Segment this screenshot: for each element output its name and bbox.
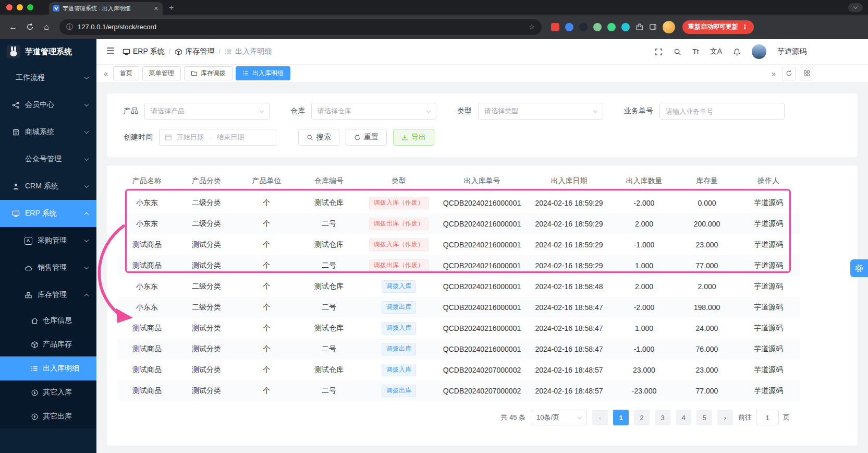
fullscreen-icon[interactable] xyxy=(655,48,663,56)
sidebar-item-purchase-management[interactable]: A 采购管理 xyxy=(0,227,96,254)
sidebar-item-mall-system[interactable]: 商城系统 xyxy=(0,118,96,146)
sidebar-item-stock-record[interactable]: 出入库明细 xyxy=(0,356,96,380)
sidebar-item-inventory-management[interactable]: 库存管理 xyxy=(0,281,96,308)
home-button[interactable]: ⌂ xyxy=(39,19,54,35)
side-panel-icon[interactable] xyxy=(649,23,657,31)
column-header: 出入库单号 xyxy=(437,170,527,193)
cell-product-name: 小东东 xyxy=(117,193,177,213)
date-separator: – xyxy=(209,134,212,141)
hamburger-menu-icon[interactable] xyxy=(106,46,115,57)
warehouse-select[interactable]: 请选择仓库 xyxy=(311,103,436,120)
cell-date: 2024-02-16 18:58:48 xyxy=(527,276,611,297)
font-size-icon[interactable]: Tt xyxy=(692,47,699,56)
search-icon[interactable] xyxy=(674,48,681,56)
tags-scroll-right-icon[interactable]: » xyxy=(769,69,778,78)
warehouse-select-placeholder: 请选择仓库 xyxy=(317,106,351,116)
search-button[interactable]: 搜索 xyxy=(298,129,339,146)
extension-icon-dark-globe[interactable] xyxy=(579,23,588,31)
extension-icon-red[interactable] xyxy=(551,23,559,31)
stock-record-table-card: 产品名称 产品分类 产品单位 仓库编号 类型 出入库单号 出入库日期 出入库数量… xyxy=(107,165,858,446)
sidebar-item-other-stock-in[interactable]: 其它入库 xyxy=(0,380,96,404)
page-size-select[interactable]: 10条/页 xyxy=(531,410,587,425)
sidebar-item-other-stock-out[interactable]: 其它出库 xyxy=(0,404,96,428)
product-select[interactable]: 请选择产品 xyxy=(144,103,270,120)
next-page-button[interactable]: › xyxy=(717,410,733,425)
back-button[interactable]: ← xyxy=(5,19,21,35)
tag-stock-move[interactable]: 库存调拨 xyxy=(184,66,233,80)
main-area: ERP 系统 / 库存管理 / 出入库明细 Tt 文A xyxy=(96,39,868,453)
user-avatar[interactable] xyxy=(752,44,766,59)
window-zoom-button[interactable] xyxy=(27,4,33,10)
new-tab-button[interactable]: + xyxy=(169,3,174,13)
extension-icon-blue-pin[interactable] xyxy=(565,23,573,31)
breadcrumb-inventory[interactable]: 库存管理 xyxy=(175,47,214,56)
sidebar-item-sales-management[interactable]: 销售管理 xyxy=(0,254,96,281)
translate-icon[interactable]: 文A xyxy=(710,47,722,56)
chevron-down-icon xyxy=(84,265,89,269)
bookmark-star-icon[interactable]: ☆ xyxy=(529,23,535,31)
tag-home[interactable]: 首页 xyxy=(113,66,139,80)
tag-stock-record[interactable]: 出入库明细 xyxy=(236,66,290,80)
cell-date: 2024-02-16 18:48:57 xyxy=(527,360,611,380)
cloud-icon xyxy=(24,264,32,272)
extension-icon-light-green[interactable] xyxy=(593,23,602,31)
column-header: 产品名称 xyxy=(117,170,177,193)
page-button-2[interactable]: 2 xyxy=(634,410,650,425)
type-select[interactable]: 请选择类型 xyxy=(478,103,603,120)
bizno-input[interactable] xyxy=(659,103,785,120)
table-row: 测试商品 测试分类 个 二号 调拨出库 QCDB20240216000001 2… xyxy=(117,339,800,360)
tag-menu-management[interactable]: 菜单管理 xyxy=(142,66,181,80)
breadcrumb-erp[interactable]: ERP 系统 xyxy=(123,47,164,56)
extension-icon-teal[interactable] xyxy=(621,23,630,31)
page-button-1[interactable]: 1 xyxy=(613,410,629,425)
address-bar[interactable]: ⓘ 127.0.0.1/erp/stock/record ☆ xyxy=(59,19,542,35)
refresh-button[interactable] xyxy=(782,67,796,80)
floating-settings-button[interactable] xyxy=(850,259,868,277)
user-icon xyxy=(11,183,20,190)
cell-operator: 芋道源码 xyxy=(737,339,800,360)
page-button-3[interactable]: 3 xyxy=(655,410,670,425)
sidebar-item-crm-system[interactable]: CRM 系统 xyxy=(0,173,96,200)
cell-product-category: 测试分类 xyxy=(177,234,236,255)
tags-scroll-left-icon[interactable]: « xyxy=(102,69,110,78)
cell-product-name: 测试商品 xyxy=(117,360,177,380)
cell-date: 2024-02-16 18:58:47 xyxy=(527,297,611,318)
sidebar-item-erp-system[interactable]: ERP 系统 xyxy=(0,200,96,227)
screen: 芋道管理系统 - 出入库明细 ✕ + ← ⌂ ⓘ 127.0.0.1/erp/s… xyxy=(0,0,868,453)
sidebar-item-warehouse-info[interactable]: 仓库信息 xyxy=(0,308,96,332)
browser-update-button[interactable]: 重新启动即可更新 ⋮ xyxy=(682,20,754,34)
reset-button[interactable]: 重置 xyxy=(346,129,387,146)
prev-page-button[interactable]: ‹ xyxy=(592,410,608,425)
bell-icon[interactable] xyxy=(733,48,741,56)
cell-warehouse: 测试仓库 xyxy=(297,193,361,213)
stock-record-table: 产品名称 产品分类 产品单位 仓库编号 类型 出入库单号 出入库日期 出入库数量… xyxy=(117,170,800,401)
kebab-menu-icon[interactable]: ⋮ xyxy=(742,23,748,31)
app-logo-row[interactable]: 芋道管理系统 xyxy=(0,39,96,64)
cell-operator: 芋道源码 xyxy=(737,193,800,213)
sidebar-item-workflow[interactable]: 工作流程 xyxy=(0,64,96,91)
sidebar-item-product-stock[interactable]: 产品库存 xyxy=(0,332,96,356)
sidebar-item-member-center[interactable]: 会员中心 xyxy=(0,91,96,118)
tab-search-button[interactable] xyxy=(848,3,863,12)
sidebar-item-official-account[interactable]: 公众号管理 xyxy=(0,146,96,173)
site-info-icon[interactable]: ⓘ xyxy=(66,22,73,32)
goto-page-input[interactable] xyxy=(756,410,779,425)
extension-icon-green[interactable] xyxy=(607,23,616,31)
extensions-puzzle-icon[interactable] xyxy=(635,23,643,31)
export-button[interactable]: 导出 xyxy=(393,129,434,146)
tab-close-icon[interactable]: ✕ xyxy=(154,6,158,11)
browser-tab[interactable]: 芋道管理系统 - 出入库明细 ✕ xyxy=(49,2,163,15)
page-button-4[interactable]: 4 xyxy=(676,410,691,425)
browser-profile-avatar[interactable] xyxy=(663,21,675,33)
window-close-button[interactable] xyxy=(6,4,13,10)
reload-button[interactable] xyxy=(22,19,38,35)
cell-order-no: QCDB20240216000001 xyxy=(437,297,527,318)
cell-order-no: QCDB20240216000001 xyxy=(437,193,527,213)
date-range-picker[interactable]: 开始日期 – 结束日期 xyxy=(159,129,276,146)
username[interactable]: 芋道源码 xyxy=(777,47,806,56)
page-button-5[interactable]: 5 xyxy=(696,410,712,425)
breadcrumb-separator: / xyxy=(218,47,221,56)
cell-type: 调拨出库（作废） xyxy=(361,255,437,276)
layout-grid-icon[interactable] xyxy=(800,67,813,80)
window-minimize-button[interactable] xyxy=(17,4,23,10)
